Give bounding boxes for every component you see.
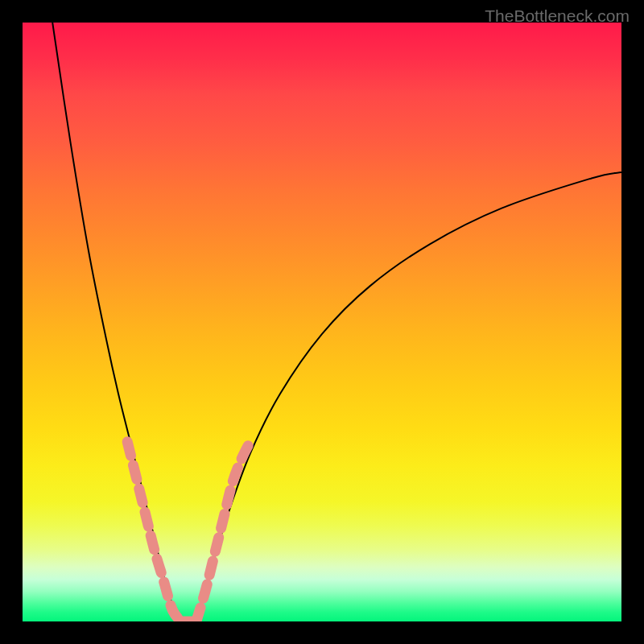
left-branch-path [52,23,178,621]
main-curve [52,23,621,621]
watermark-text: TheBottleneck.com [485,6,630,26]
overlay-right-path [196,442,250,621]
curve-layer [23,23,621,621]
overlay-left-path [127,442,181,621]
overlay-curve [127,442,250,621]
right-branch-path [196,172,621,621]
plot-area [23,23,621,621]
